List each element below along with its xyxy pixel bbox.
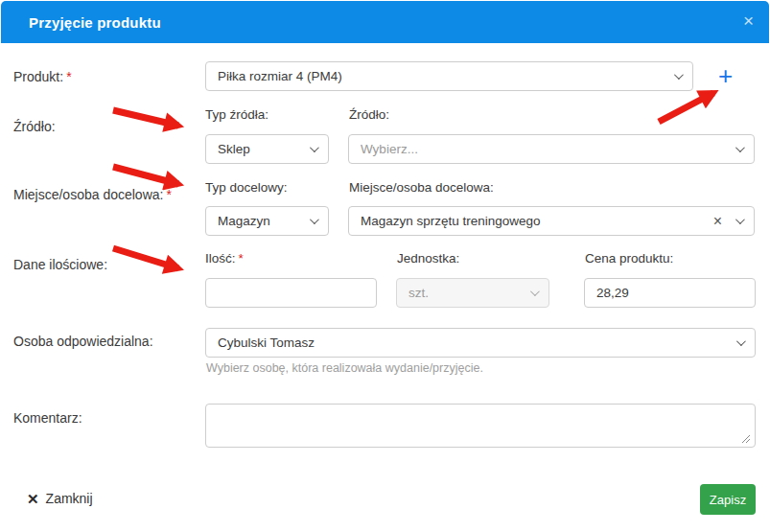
- zamknij-button[interactable]: ✕ Zamknij: [27, 491, 93, 506]
- zrodlo-select[interactable]: Wybierz...: [348, 134, 755, 164]
- ilosc-input[interactable]: [205, 278, 377, 308]
- zrodlo-row-label: Źródło:: [13, 119, 56, 134]
- zrodlo-placeholder: Wybierz...: [361, 142, 728, 156]
- typ-zrodla-value: Sklep: [218, 142, 302, 156]
- typ-zrodla-select[interactable]: Sklep: [205, 134, 329, 164]
- arrow-to-typ-docelowy: [113, 167, 178, 184]
- chevron-down-icon: [310, 143, 319, 152]
- miejsce-select-value: Magazyn sprzętu treningowego: [361, 214, 713, 228]
- produkt-row-label: Produkt:*: [13, 69, 72, 84]
- close-x-icon: ✕: [27, 492, 39, 506]
- arrow-to-add-button: [659, 93, 713, 122]
- product-receipt-modal: Przyjęcie produktu × Produkt:* Piłka roz…: [0, 0, 770, 532]
- produkt-select-value: Piłka rozmiar 4 (PM4): [218, 69, 666, 83]
- miejsce-select-label: Miejsce/osoba docelowa:: [349, 180, 494, 195]
- modal-header: Przyjęcie produktu ×: [1, 1, 769, 43]
- komentarz-textarea[interactable]: [205, 404, 756, 448]
- add-product-button[interactable]: +: [718, 63, 733, 88]
- osoba-select-value: Cybulski Tomasz: [218, 335, 729, 350]
- chevron-down-icon: [310, 215, 319, 224]
- miejsce-select[interactable]: Magazyn sprzętu treningowego ×: [348, 206, 755, 236]
- miejsce-row-label: Miejsce/osoba docelowa:*: [13, 187, 172, 202]
- osoba-row-label: Osoba odpowiedzialna:: [13, 334, 153, 349]
- osoba-helper-text: Wybierz osobę, która realizowała wydanie…: [206, 361, 483, 375]
- typ-docelowy-select[interactable]: Magazyn: [205, 206, 329, 236]
- komentarz-row-label: Komentarz:: [13, 410, 82, 426]
- cena-input[interactable]: [584, 278, 756, 308]
- typ-docelowy-label: Typ docelowy:: [205, 180, 288, 195]
- ilosc-label: Ilość:*: [205, 251, 244, 266]
- clear-selection-icon[interactable]: ×: [713, 214, 722, 229]
- chevron-down-icon: [530, 287, 540, 296]
- osoba-select[interactable]: Cybulski Tomasz: [205, 328, 756, 358]
- chevron-down-icon: [735, 143, 745, 152]
- required-asterisk: *: [166, 187, 171, 202]
- zapisz-button[interactable]: Zapisz: [700, 484, 756, 515]
- modal-title: Przyjęcie produktu: [1, 14, 161, 31]
- arrow-to-ilosc: [113, 248, 178, 268]
- cena-label: Cena produktu:: [585, 251, 673, 266]
- required-asterisk: *: [239, 251, 244, 266]
- close-icon[interactable]: ×: [743, 10, 754, 33]
- jednostka-label: Jednostka:: [397, 251, 459, 266]
- dane-row-label: Dane ilościowe:: [13, 257, 107, 272]
- jednostka-value: szt.: [408, 286, 523, 300]
- required-asterisk: *: [66, 69, 71, 84]
- chevron-down-icon: [736, 336, 746, 346]
- typ-zrodla-label: Typ źródła:: [205, 107, 268, 122]
- produkt-select[interactable]: Piłka rozmiar 4 (PM4): [205, 61, 693, 91]
- typ-docelowy-value: Magazyn: [218, 214, 302, 228]
- zamknij-label: Zamknij: [46, 491, 93, 506]
- jednostka-select: szt.: [396, 278, 549, 308]
- chevron-down-icon: [735, 215, 745, 224]
- arrow-to-typ-zrodla: [113, 110, 178, 126]
- zrodlo-select-label: Źródło:: [349, 107, 389, 122]
- chevron-down-icon: [674, 70, 684, 80]
